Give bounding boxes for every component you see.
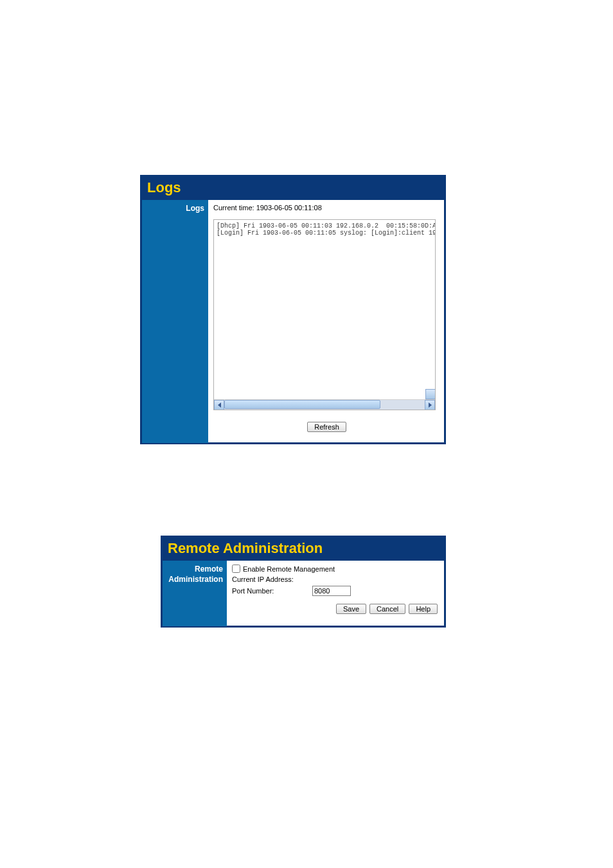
logs-header: Logs <box>142 177 444 200</box>
scroll-left-button[interactable] <box>214 400 224 410</box>
current-time-label: Current time: 1903-06-05 00:11:08 <box>213 204 439 212</box>
current-ip-label: Current IP Address: <box>232 575 312 583</box>
save-button[interactable]: Save <box>336 604 366 614</box>
log-textarea[interactable]: [Dhcp] Fri 1903-06-05 00:11:03 192.168.0… <box>213 219 436 410</box>
log-text-content: [Dhcp] Fri 1903-06-05 00:11:03 192.168.0… <box>214 220 435 399</box>
enable-remote-checkbox[interactable] <box>232 565 240 573</box>
logs-panel: Logs Logs Current time: 1903-06-05 00:11… <box>140 175 446 444</box>
remote-content: Enable Remote Management Current IP Addr… <box>227 561 444 626</box>
horizontal-scrollbar[interactable] <box>214 399 435 410</box>
cancel-button[interactable]: Cancel <box>369 604 405 614</box>
scroll-right-button[interactable] <box>425 400 435 410</box>
remote-title: Remote Administration <box>168 540 323 556</box>
scroll-track[interactable] <box>224 400 425 410</box>
enable-remote-label: Enable Remote Management <box>243 565 335 573</box>
scroll-thumb[interactable] <box>224 400 380 409</box>
port-number-input[interactable] <box>312 586 351 596</box>
enable-remote-row: Enable Remote Management <box>232 565 439 573</box>
help-button[interactable]: Help <box>409 604 438 614</box>
scroll-down-icon[interactable] <box>425 389 436 399</box>
refresh-button[interactable]: Refresh <box>307 422 346 432</box>
logs-title: Logs <box>147 179 181 195</box>
remote-body: Remote Administration Enable Remote Mana… <box>163 561 444 626</box>
remote-side-label: Remote Administration <box>163 561 227 626</box>
logs-body: Logs Current time: 1903-06-05 00:11:08 [… <box>142 200 444 443</box>
chevron-left-icon <box>218 402 221 408</box>
port-number-row: Port Number: <box>232 586 439 596</box>
chevron-right-icon <box>429 402 432 408</box>
logs-side-label: Logs <box>142 200 208 443</box>
logs-button-row: Refresh <box>213 422 439 432</box>
port-number-label: Port Number: <box>232 587 312 595</box>
logs-content: Current time: 1903-06-05 00:11:08 [Dhcp]… <box>208 200 444 443</box>
remote-admin-panel: Remote Administration Remote Administrat… <box>161 536 446 628</box>
remote-button-row: Save Cancel Help <box>232 604 439 614</box>
current-ip-row: Current IP Address: <box>232 575 439 583</box>
remote-header: Remote Administration <box>163 538 444 561</box>
